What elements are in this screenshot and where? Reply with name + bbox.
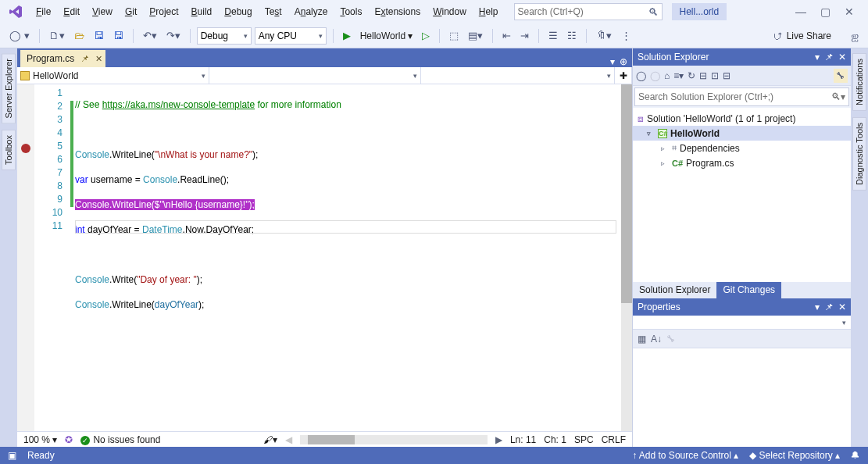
se-home-icon[interactable]: ⌂ — [664, 70, 670, 81]
pane-close-icon[interactable]: ✕ — [838, 302, 846, 312]
menu-debug[interactable]: Debug — [218, 3, 258, 20]
tb-icon-1[interactable]: ⬚ — [446, 28, 462, 43]
categorize-icon[interactable]: ▦ — [638, 334, 646, 344]
menu-build[interactable]: Build — [185, 3, 219, 20]
tree-project[interactable]: ▿C#HelloWorld — [633, 126, 851, 141]
notifications-tab[interactable]: Notifications — [852, 53, 866, 111]
server-explorer-tab[interactable]: Server Explorer — [2, 53, 16, 123]
tree-solution[interactable]: ⧈Solution 'HelloWorld' (1 of 1 project) — [633, 111, 851, 126]
brush-icon[interactable]: 🖌︎▾ — [263, 434, 277, 445]
tab-solution-explorer[interactable]: Solution Explorer — [633, 282, 716, 298]
run-target-label[interactable]: HelloWorld ▾ — [357, 30, 416, 41]
new-item-button[interactable]: 🗋▾ — [46, 28, 68, 43]
tree-file[interactable]: ▹C#Program.cs — [633, 155, 851, 170]
se-show-icon[interactable]: ⊡ — [711, 70, 719, 81]
close-tab-icon[interactable]: ✕ — [95, 54, 102, 64]
properties-grid[interactable] — [633, 348, 851, 447]
code-content[interactable]: // See https://aka.ms/new-console-templa… — [75, 84, 632, 431]
pane-menu-icon[interactable]: ▾ — [815, 302, 820, 312]
nav-type-dropdown[interactable]: ▾ — [209, 67, 421, 84]
se-switch-icon[interactable]: ≡▾ — [673, 70, 684, 81]
start-nodbg-button[interactable]: ▷ — [419, 28, 433, 43]
se-filter-icon[interactable]: ⊟ — [699, 70, 707, 81]
tb-icon-7[interactable]: 🔖︎▾ — [593, 28, 615, 43]
tab-pin-icon[interactable]: ⊕ — [620, 56, 627, 67]
open-button[interactable]: 🗁 — [71, 28, 88, 43]
se-back-icon[interactable]: ◯ — [636, 70, 646, 81]
output-icon[interactable]: ▣ — [8, 450, 16, 461]
bell-icon[interactable]: 🔔︎ — [851, 450, 860, 461]
breakpoint-icon[interactable] — [21, 144, 30, 153]
menu-edit[interactable]: Edit — [57, 3, 86, 20]
line-indicator[interactable]: Ln: 11 — [510, 434, 536, 445]
menu-help[interactable]: Help — [473, 3, 505, 20]
tb-icon-2[interactable]: ▤▾ — [465, 28, 486, 43]
menu-view[interactable]: View — [86, 3, 119, 20]
feedback-button[interactable]: ஐ — [848, 28, 862, 44]
tree-dependencies[interactable]: ▹⌗Dependencies — [633, 141, 851, 155]
solution-explorer-search[interactable]: Search Solution Explorer (Ctrl+;) 🔍︎▾ — [634, 87, 849, 106]
vertical-scrollbar[interactable] — [621, 84, 632, 431]
menu-window[interactable]: Window — [427, 3, 473, 20]
menu-tools[interactable]: Tools — [334, 3, 368, 20]
redo-button[interactable]: ↷▾ — [163, 28, 184, 43]
split-button[interactable]: ✚ — [615, 67, 632, 84]
menu-analyze[interactable]: Analyze — [288, 3, 334, 20]
horizontal-scrollbar[interactable] — [300, 435, 488, 444]
account-button[interactable]: Hell...orld — [672, 3, 727, 20]
minimize-button[interactable]: — — [795, 5, 806, 18]
platform-dropdown[interactable]: Any CPU▾ — [255, 27, 327, 45]
close-button[interactable]: ✕ — [845, 5, 854, 18]
config-dropdown[interactable]: Debug▾ — [197, 27, 252, 45]
undo-button[interactable]: ↶▾ — [140, 28, 160, 43]
properties-pane: Properties ▾📌︎✕ ▾ ▦ A↓ 🔧︎ — [633, 298, 851, 447]
tb-icon-8[interactable]: ⋮ — [618, 28, 634, 43]
select-repo-button[interactable]: ◆ Select Repository ▴ — [749, 450, 840, 461]
save-button[interactable]: 🖫 — [91, 28, 107, 43]
toolbox-tab[interactable]: Toolbox — [2, 130, 16, 170]
tb-icon-6[interactable]: ☷ — [564, 28, 580, 43]
tb-icon-5[interactable]: ☰ — [545, 28, 561, 43]
spc-indicator[interactable]: SPC — [574, 434, 594, 445]
properties-toolbar: ▦ A↓ 🔧︎ — [633, 330, 851, 348]
menu-git[interactable]: Git — [119, 3, 143, 20]
menu-extensions[interactable]: Extensions — [368, 3, 427, 20]
document-tab[interactable]: Program.cs 📌︎ ✕ — [20, 50, 105, 67]
dependencies-icon: ⌗ — [672, 143, 677, 153]
se-sync-icon[interactable]: ↻ — [688, 70, 695, 81]
source-control-button[interactable]: ↑ Add to Source Control ▴ — [632, 450, 738, 461]
save-all-button[interactable]: 🖫 — [110, 28, 127, 43]
solution-tree[interactable]: ⧈Solution 'HelloWorld' (1 of 1 project) … — [633, 108, 851, 282]
code-editor[interactable]: 1234567891011 // See https://aka.ms/new-… — [17, 84, 632, 431]
nav-member-dropdown[interactable]: ▾ — [421, 67, 615, 84]
menu-test[interactable]: Test — [259, 3, 288, 20]
sort-icon[interactable]: A↓ — [651, 334, 662, 344]
se-collapse-icon[interactable]: ⊟ — [723, 70, 730, 81]
tb-icon-4[interactable]: ⇥ — [517, 28, 532, 43]
crlf-indicator[interactable]: CRLF — [602, 434, 626, 445]
search-input[interactable]: Search (Ctrl+Q) 🔍︎ — [514, 3, 663, 20]
tab-git-changes[interactable]: Git Changes — [716, 282, 781, 298]
main-area: Server Explorer Toolbox Program.cs 📌︎ ✕ … — [0, 48, 868, 447]
pane-pin-icon[interactable]: 📌︎ — [824, 52, 834, 62]
nav-back-button[interactable]: ◯ ▾ — [6, 28, 33, 43]
diagnostic-tools-tab[interactable]: Diagnostic Tools — [852, 117, 866, 191]
maximize-button[interactable]: ▢ — [820, 5, 830, 18]
pin-icon[interactable]: 📌︎ — [80, 54, 89, 63]
zoom-level[interactable]: 100 % ▾ — [23, 434, 57, 445]
breakpoint-gutter[interactable] — [17, 84, 34, 431]
menu-project[interactable]: Project — [143, 3, 184, 20]
intellicode-icon[interactable]: ✪ — [65, 434, 73, 445]
tb-icon-3[interactable]: ⇤ — [499, 28, 514, 43]
nav-project-dropdown[interactable]: HelloWorld▾ — [17, 67, 209, 84]
pane-menu-icon[interactable]: ▾ — [815, 52, 820, 62]
pane-close-icon[interactable]: ✕ — [838, 52, 846, 62]
pane-pin-icon[interactable]: 📌︎ — [824, 302, 834, 312]
issues-status[interactable]: ✓No issues found — [80, 434, 160, 445]
col-indicator[interactable]: Ch: 1 — [544, 434, 566, 445]
live-share-button[interactable]: ⮍ Live Share — [773, 30, 831, 41]
menu-file[interactable]: File — [30, 3, 57, 20]
start-debug-button[interactable]: ▶ — [340, 28, 354, 43]
tab-overflow-icon[interactable]: ▾ — [610, 56, 615, 67]
se-wrench-icon[interactable]: 🔧︎ — [834, 69, 848, 83]
